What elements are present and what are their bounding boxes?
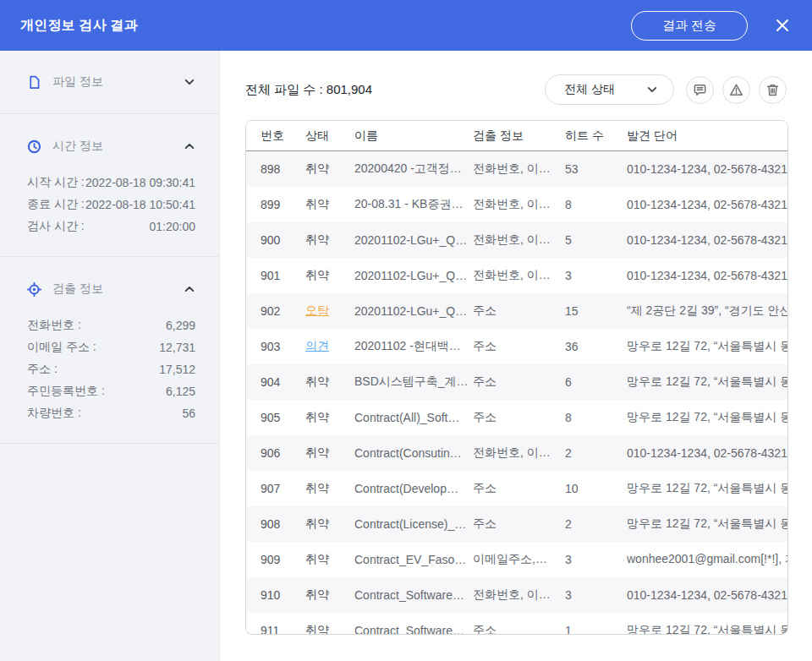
section-label: 시간 정보 [52,139,103,154]
status-badge[interactable]: 취약 [305,587,354,603]
row-number: 904 [246,375,305,389]
total-files-count: 전체 파일 수 : 801,904 [245,82,372,98]
time-value: 2022-08-18 09:30:41 [85,176,195,189]
table-row[interactable]: 902오탐20201102-LGu+_Q…주소15“제 2공단 2길 39”, … [246,293,787,329]
time-label: 종료 시간 : [27,197,85,212]
time-label: 검사 시간 : [27,219,85,234]
warning-icon [729,83,743,97]
detect-info-header[interactable]: 검출 정보 [27,275,195,303]
status-badge[interactable]: 취약 [305,445,354,461]
time-label: 시작 시간 : [27,175,85,190]
detect-info: 이메일주소,… [473,552,565,567]
row-number: 900 [246,233,305,247]
column-header: 상태 [305,128,354,144]
table-row[interactable]: 908취약Contract(License)_…주소2망우로 12길 72, “… [246,506,787,542]
table-row[interactable]: 901취약20201102-LGu+_Q…전화번호, 이…3010-1234-1… [246,258,787,293]
status-badge[interactable]: 취약 [305,481,354,496]
status-filter-dropdown[interactable]: 전체 상태 [545,74,674,105]
found-words: 010-1234-1234, 02-5678-4321, [627,588,787,602]
status-badge[interactable]: 취약 [305,516,354,532]
detect-info: 주소 [473,516,565,532]
table-row[interactable]: 910취약Contract_Software…전화번호, 이…3010-1234… [246,577,787,613]
table-row[interactable]: 903의견20201102 -현대백…주소36망우로 12길 72, “서울특별… [246,329,787,364]
file-name: Contract(Consutin… [354,446,473,460]
file-name: Contract(Develop… [354,482,473,495]
table-row[interactable]: 899취약20-08.31 - KB증권…전화번호, 이…8010-1234-1… [246,187,787,222]
column-header: 번호 [246,128,305,144]
column-header: 이름 [354,128,473,144]
file-name: Contract(License)_… [354,517,473,531]
status-badge[interactable]: 취약 [305,374,354,390]
clock-icon [27,139,41,154]
status-badge[interactable]: 취약 [305,410,354,425]
status-badge[interactable]: 취약 [305,161,354,177]
file-name: 20-08.31 - KB증권… [354,197,473,212]
found-words: 010-1234-1234, 02-5678-4321, [627,446,787,460]
column-header: 발견 단어 [627,128,787,144]
file-name: Contract_Software… [354,624,473,635]
detect-info-section: 검출 정보 전화번호 : 6,299 이메일 주소 : 12,731 [0,257,219,444]
found-words: 망우로 12길 72, “서울특별시 동 [627,516,787,532]
row-number: 903 [246,340,305,353]
file-name: 20201102-LGu+_Q… [354,304,473,318]
file-name: Contract_Software… [354,588,473,602]
hit-count: 2 [565,517,627,531]
status-badge[interactable]: 취약 [305,268,354,283]
comment-button[interactable] [686,76,714,104]
detect-value: 12,731 [159,341,195,354]
table-row[interactable]: 911취약Contract_Software…주소1망우로 12길 72, “서… [246,613,787,635]
detect-info-row: 주민등록번호 : 6,125 [27,380,195,402]
row-number: 911 [246,624,305,635]
detect-value: 17,512 [159,363,195,376]
send-results-button[interactable]: 결과 전송 [631,11,748,41]
status-badge[interactable]: 취약 [305,197,354,212]
chevron-up-icon [184,140,195,152]
file-info-header[interactable]: 파일 정보 [27,74,195,90]
file-name: 20201102-LGu+_Q… [354,269,473,282]
table-row[interactable]: 906취약Contract(Consutin…전화번호, 이…2010-1234… [246,435,787,471]
warning-button[interactable] [722,76,750,104]
file-name: Contract(All)_Soft… [354,411,473,424]
delete-button[interactable] [759,76,787,104]
status-badge[interactable]: 의견 [305,339,354,354]
close-icon[interactable] [773,16,792,35]
detect-info-row: 차량번호 : 56 [27,402,195,424]
file-icon [27,75,41,90]
chevron-up-icon [184,283,195,295]
found-words: 망우로 12길 72, “서울특별시 동 [627,374,787,390]
time-value: 01:20:00 [150,220,196,233]
status-badge[interactable]: 취약 [305,232,354,248]
status-badge[interactable]: 취약 [305,623,354,635]
detect-value: 6,125 [166,385,195,398]
table-row[interactable]: 904취약BSD시스템구축_계…주소6망우로 12길 72, “서울특별시 동 [246,364,787,400]
row-number: 905 [246,411,305,424]
column-header: 히트 수 [565,128,627,144]
table-row[interactable]: 909취약Contract_EV_Faso…이메일주소,…3wonhee2001… [246,542,787,577]
detect-info: 주소 [473,481,565,496]
detect-info: 전화번호, 이… [473,587,565,603]
status-badge[interactable]: 취약 [305,552,354,567]
section-label: 검출 정보 [52,281,103,297]
hit-count: 36 [565,340,627,353]
status-badge[interactable]: 오탐 [305,303,354,319]
hit-count: 6 [565,375,627,389]
table-row[interactable]: 900취약20201102-LGu+_Q…전화번호, 이…5010-1234-1… [246,222,787,258]
chevron-down-icon [646,84,658,96]
detect-info: 주소 [473,339,565,354]
detect-label: 차량번호 : [27,406,81,421]
table-row[interactable]: 905취약Contract(All)_Soft…주소8망우로 12길 72, “… [246,400,787,435]
detect-info: 전화번호, 이… [473,268,565,283]
table-row[interactable]: 898취약20200420 -고객정…전화번호, 이…53010-1234-12… [246,151,787,187]
row-number: 909 [246,553,305,566]
sidebar-filler [0,444,219,661]
chevron-down-icon [184,76,195,88]
time-info-header[interactable]: 시간 정보 [27,132,195,161]
row-number: 901 [246,269,305,282]
table-row[interactable]: 907취약Contract(Develop…주소10망우로 12길 72, “서… [246,471,787,506]
title-bar: 개인정보 검사 결과 결과 전송 [0,0,812,51]
results-table: 번호상태이름검출 정보히트 수발견 단어 898취약20200420 -고객정…… [245,120,788,635]
page-title: 개인정보 검사 결과 [20,17,138,35]
found-words: “제 2공단 2길 39”, “경기도 안산 [627,303,787,319]
detect-info: 주소 [473,410,565,425]
time-info-row: 시작 시간 : 2022-08-18 09:30:41 [27,172,195,194]
